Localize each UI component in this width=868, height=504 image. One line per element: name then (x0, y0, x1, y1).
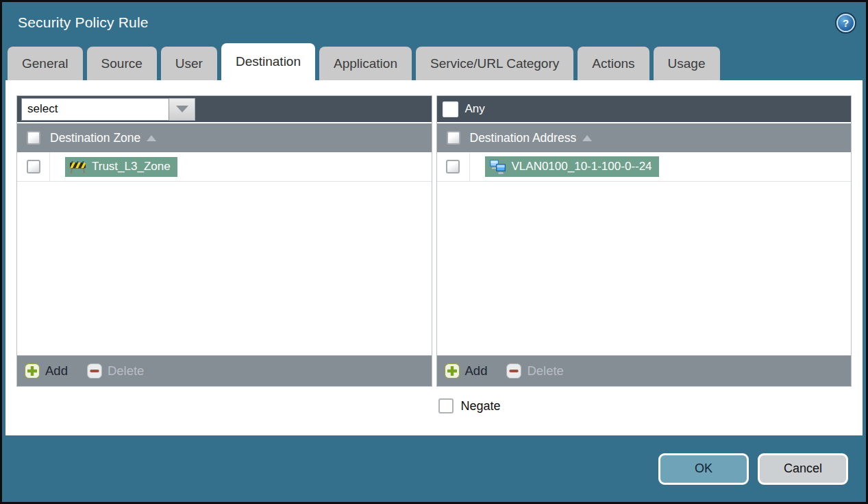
address-row-label: VLAN0100_10-1-100-0--24 (512, 160, 652, 173)
dialog-title: Security Policy Rule (18, 14, 149, 31)
any-label: Any (465, 102, 485, 116)
zone-filter-bar (17, 96, 432, 122)
address-list: VLAN0100_10-1-100-0--24 (437, 152, 852, 355)
zone-row-checkbox[interactable] (27, 160, 40, 173)
tab-actions[interactable]: Actions (578, 47, 649, 80)
zone-row-label: Trust_L3_Zone (92, 160, 171, 173)
minus-icon (506, 363, 521, 379)
negate-checkbox[interactable] (438, 398, 454, 413)
minus-icon (87, 363, 102, 379)
network-computers-icon (489, 159, 506, 174)
zone-select-all-checkbox[interactable] (27, 131, 40, 145)
cancel-button[interactable]: Cancel (758, 453, 848, 485)
zone-delete-label: Delete (108, 363, 144, 379)
zone-delete-button[interactable]: Delete (87, 363, 144, 379)
tab-usage[interactable]: Usage (654, 47, 720, 80)
chevron-down-icon (176, 106, 188, 112)
tab-source[interactable]: Source (87, 47, 157, 80)
security-policy-rule-dialog: Security Policy Rule ? General Source Us… (0, 0, 868, 504)
plus-icon (445, 363, 460, 379)
address-select-all-checkbox[interactable] (447, 131, 460, 145)
address-delete-button[interactable]: Delete (506, 363, 563, 379)
destination-address-panel: Any Destination Address (436, 95, 852, 387)
address-row-item[interactable]: VLAN0100_10-1-100-0--24 (485, 156, 659, 177)
zone-column-header[interactable]: Destination Zone (50, 131, 140, 145)
zone-select-combo (21, 98, 195, 121)
dialog-footer: OK Cancel (2, 435, 866, 502)
destination-tab-content: Destination Zone (5, 80, 863, 435)
destination-zone-panel: Destination Zone (16, 95, 432, 387)
address-column-header-row: Destination Address (437, 122, 852, 152)
tab-strip: General Source User Destination Applicat… (2, 43, 866, 80)
tab-service-url-category[interactable]: Service/URL Category (416, 47, 573, 80)
negate-label: Negate (461, 399, 501, 413)
zone-barricade-icon (69, 160, 86, 174)
any-checkbox[interactable] (443, 101, 458, 117)
address-add-button[interactable]: Add (445, 363, 488, 379)
address-column-header[interactable]: Destination Address (470, 131, 577, 145)
negate-row: Negate (438, 398, 852, 413)
table-row: Trust_L3_Zone (17, 152, 432, 182)
address-delete-label: Delete (527, 363, 563, 379)
zone-row-item[interactable]: Trust_L3_Zone (65, 157, 177, 177)
table-row: VLAN0100_10-1-100-0--24 (437, 152, 852, 182)
zone-column-header-row: Destination Zone (17, 122, 432, 152)
zone-toolbar: Add Delete (17, 355, 432, 386)
address-row-checkbox[interactable] (446, 160, 460, 173)
address-toolbar: Add Delete (437, 355, 852, 386)
sort-ascending-icon[interactable] (582, 135, 592, 141)
zone-select-dropdown-button[interactable] (169, 98, 195, 121)
address-add-label: Add (465, 363, 488, 379)
plus-icon (25, 363, 40, 379)
zone-select-input[interactable] (21, 98, 169, 121)
tab-user[interactable]: User (161, 47, 217, 80)
sort-ascending-icon[interactable] (147, 135, 156, 141)
tab-general[interactable]: General (8, 47, 83, 80)
help-icon[interactable]: ? (836, 14, 855, 32)
zone-add-label: Add (45, 363, 68, 379)
zone-list: Trust_L3_Zone (17, 152, 432, 355)
dialog-titlebar: Security Policy Rule ? (2, 2, 866, 43)
address-any-bar: Any (437, 96, 852, 122)
ok-button[interactable]: OK (658, 453, 749, 485)
tab-application[interactable]: Application (319, 47, 412, 80)
tab-destination[interactable]: Destination (221, 43, 315, 80)
zone-add-button[interactable]: Add (25, 363, 68, 379)
